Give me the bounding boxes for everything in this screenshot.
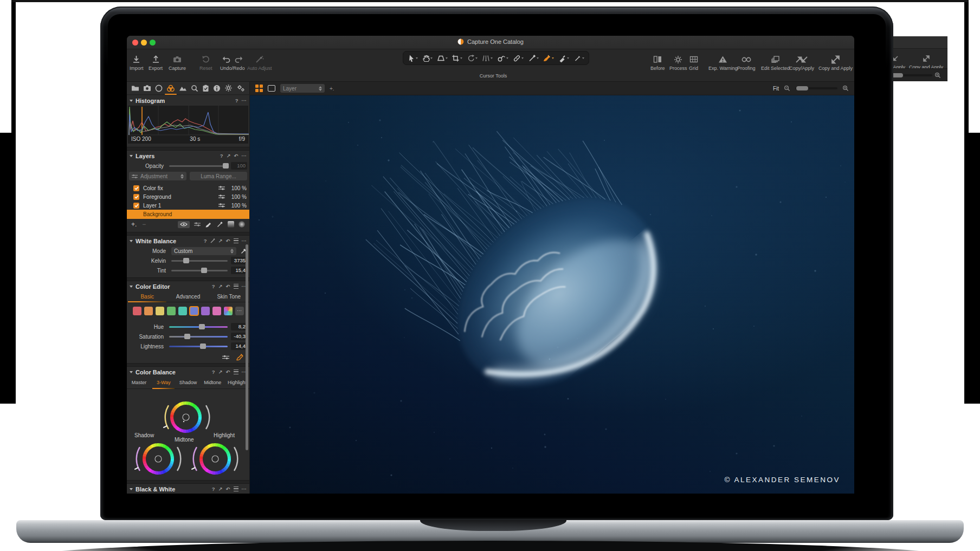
tint-value[interactable]: 15,4 xyxy=(231,267,247,274)
more-icon[interactable]: ··· xyxy=(242,486,247,492)
more-icon[interactable]: ··· xyxy=(242,153,247,159)
layer-enabled-checkbox[interactable] xyxy=(133,203,139,209)
erase-mask-icon[interactable] xyxy=(216,221,223,228)
reset-icon[interactable]: ↶ xyxy=(226,238,230,244)
tab-lens[interactable] xyxy=(155,85,163,92)
tab-advanced[interactable]: Advanced xyxy=(167,291,208,302)
gradient-mask-icon[interactable] xyxy=(228,221,234,228)
tab-color[interactable] xyxy=(166,85,175,92)
exposure-warning-button[interactable]: Exp. Warning xyxy=(708,55,738,71)
undo-redo-button[interactable]: Undo/Redo xyxy=(220,55,245,71)
swatch-green[interactable] xyxy=(167,307,176,315)
crop-tool[interactable] xyxy=(452,54,462,62)
lightness-value[interactable]: 14,4 xyxy=(231,342,247,350)
fragment-zoom-slider[interactable] xyxy=(890,74,932,76)
show-mask-button[interactable] xyxy=(178,221,190,228)
luma-range-button[interactable]: Luma Range... xyxy=(190,172,247,180)
draw-mask-icon[interactable] xyxy=(205,221,212,228)
kelvin-slider[interactable] xyxy=(171,260,228,262)
tab-capture[interactable] xyxy=(143,85,151,92)
presets-icon[interactable] xyxy=(234,284,238,289)
image-viewer[interactable]: © ALEXANDER SEMENOV xyxy=(250,95,854,494)
swatch-aqua[interactable] xyxy=(178,307,187,315)
add-clone-layer-button[interactable]: +. xyxy=(330,86,334,92)
viewer-zoom-thumb[interactable] xyxy=(796,86,808,90)
fragment-copy-and-apply-button[interactable]: Copy and Apply xyxy=(909,54,943,70)
layers-panel-header[interactable]: Layers ? ↗ ↶ ··· xyxy=(127,151,249,161)
redo-icon[interactable] xyxy=(234,55,243,63)
mask-adjustments-icon[interactable] xyxy=(194,222,201,227)
copy-icon[interactable]: ↗ xyxy=(227,153,231,159)
layer-row-background-selected[interactable]: Background xyxy=(127,210,249,219)
saturation-value[interactable]: -40,3 xyxy=(231,333,247,340)
black-white-panel-header[interactable]: Black & White ? ↗ ↶ ··· xyxy=(127,484,249,494)
layer-select[interactable]: Layer xyxy=(280,84,325,93)
keystone-tool[interactable] xyxy=(437,54,448,62)
lightness-slider[interactable] xyxy=(169,346,228,347)
tab-settings[interactable] xyxy=(224,84,233,92)
viewer-zoom-slider[interactable] xyxy=(795,87,837,89)
swatch-more-button[interactable]: ··· xyxy=(235,307,244,315)
presets-icon[interactable] xyxy=(234,370,238,374)
swatch-rainbow[interactable] xyxy=(224,307,233,315)
tab-shadow[interactable]: Shadow xyxy=(176,377,200,388)
tab-metadata[interactable] xyxy=(202,85,209,92)
tint-slider[interactable] xyxy=(171,270,228,271)
help-icon[interactable]: ? xyxy=(212,486,215,492)
zoom-out-icon[interactable] xyxy=(784,85,790,92)
radial-mask-icon[interactable] xyxy=(238,221,245,228)
edit-icon[interactable] xyxy=(210,238,215,243)
layer-enabled-checkbox[interactable] xyxy=(133,185,139,191)
swatch-magenta[interactable] xyxy=(212,307,221,315)
tab-details[interactable] xyxy=(191,85,198,92)
guides-tool[interactable] xyxy=(482,54,493,62)
tab-plugins[interactable] xyxy=(236,84,245,92)
zoom-fit-select[interactable]: Fit xyxy=(773,86,779,92)
copy-apply-button[interactable]: Copy/Apply xyxy=(789,55,814,71)
reset-icon[interactable]: ↶ xyxy=(226,283,230,289)
copy-icon[interactable]: ↗ xyxy=(218,238,223,244)
reset-icon[interactable]: ↶ xyxy=(226,369,230,375)
color-picker-brush-icon[interactable] xyxy=(236,353,244,361)
remove-layer-button[interactable]: − xyxy=(142,221,146,228)
picker-adjustments-icon[interactable] xyxy=(222,354,229,360)
tab-midtone[interactable]: Midtone xyxy=(201,377,225,388)
pan-tool[interactable] xyxy=(422,54,433,62)
swatch-red[interactable] xyxy=(133,307,141,315)
spot-removal-tool[interactable] xyxy=(513,54,524,62)
reset-icon[interactable]: ↶ xyxy=(226,486,230,492)
presets-icon[interactable] xyxy=(234,238,238,243)
saturation-slider[interactable] xyxy=(169,336,228,338)
help-icon[interactable]: ? xyxy=(235,98,238,103)
histogram-panel-header[interactable]: Histogram ? ··· xyxy=(127,95,249,106)
white-balance-panel-header[interactable]: White Balance ? ↗ ↶ ··· xyxy=(127,236,249,246)
import-button[interactable]: Import xyxy=(130,55,144,71)
tab-3way[interactable]: 3-Way xyxy=(151,377,176,388)
hue-value[interactable]: 8,2 xyxy=(231,323,247,330)
auto-adjust-button[interactable]: Auto Adjust xyxy=(247,55,272,71)
color-balance-panel-header[interactable]: Color Balance ? ↗ ↶ ··· xyxy=(127,367,249,377)
grid-button[interactable]: Grid xyxy=(689,55,698,71)
select-tool[interactable] xyxy=(408,54,418,62)
presets-icon[interactable] xyxy=(234,487,238,491)
tab-info[interactable] xyxy=(213,85,221,92)
add-layer-button[interactable]: +. xyxy=(131,221,137,228)
help-icon[interactable]: ? xyxy=(204,238,207,244)
layer-row-foreground[interactable]: Foreground 100 % xyxy=(127,192,249,201)
tab-adjustments[interactable] xyxy=(179,85,187,92)
copy-icon[interactable]: ↗ xyxy=(218,369,223,375)
more-icon[interactable]: ··· xyxy=(242,238,247,244)
multi-view-icon[interactable] xyxy=(255,85,263,92)
process-button[interactable]: Process xyxy=(669,55,687,71)
help-icon[interactable]: ? xyxy=(212,369,215,375)
export-button[interactable]: Export xyxy=(149,55,163,71)
wb-mode-select[interactable]: Custom xyxy=(171,247,236,255)
loupe-tool[interactable] xyxy=(497,54,508,62)
draw-mask-tool[interactable] xyxy=(543,54,554,62)
layer-enabled-checkbox[interactable] xyxy=(133,194,139,200)
fill-mask-tool[interactable] xyxy=(558,54,569,62)
swatch-blue-selected[interactable] xyxy=(190,307,198,315)
copy-and-apply-button[interactable]: Copy and Apply xyxy=(818,55,853,71)
reset-button[interactable]: Reset xyxy=(199,55,212,71)
swatch-purple[interactable] xyxy=(201,307,210,315)
